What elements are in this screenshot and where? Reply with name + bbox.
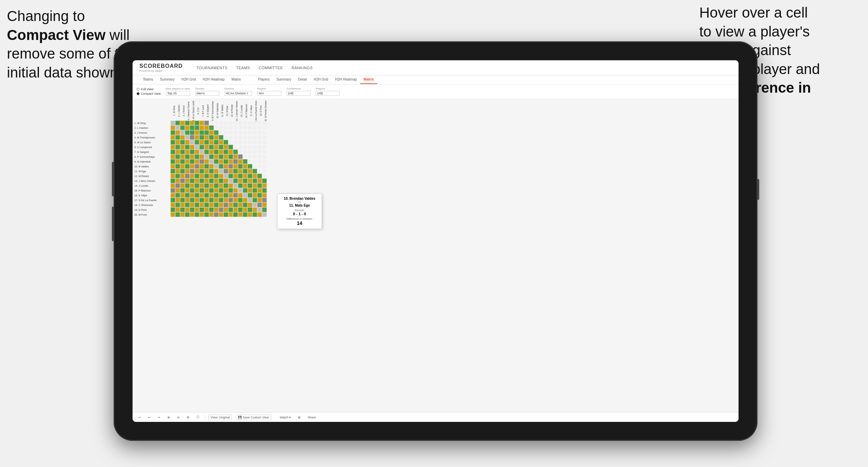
grid-cell[interactable] xyxy=(199,140,204,145)
tab-players[interactable]: Players xyxy=(255,75,273,84)
full-view-radio[interactable] xyxy=(137,88,139,91)
grid-cell[interactable] xyxy=(180,159,185,164)
grid-cell[interactable] xyxy=(204,174,209,178)
grid-cell[interactable] xyxy=(195,212,199,217)
grid-cell[interactable] xyxy=(243,178,248,183)
grid-cell[interactable] xyxy=(219,178,223,183)
grid-cell[interactable] xyxy=(175,174,180,178)
grid-cell[interactable] xyxy=(228,207,233,212)
grid-cell[interactable] xyxy=(199,183,204,188)
grid-cell[interactable] xyxy=(199,203,204,207)
grid-cell[interactable] xyxy=(228,135,233,140)
grid-cell[interactable] xyxy=(228,145,233,149)
grid-cell[interactable] xyxy=(180,193,185,198)
grid-cell[interactable] xyxy=(238,154,243,159)
grid-cell[interactable] xyxy=(223,164,228,169)
grid-cell[interactable] xyxy=(180,149,185,154)
grid-cell[interactable] xyxy=(185,212,190,217)
grid-cell[interactable] xyxy=(219,159,223,164)
grid-cell[interactable] xyxy=(238,135,243,140)
grid-cell[interactable] xyxy=(257,121,262,125)
grid-cell[interactable] xyxy=(180,203,185,207)
grid-cell[interactable] xyxy=(252,159,257,164)
grid-cell[interactable] xyxy=(214,203,219,207)
grid-row[interactable] xyxy=(170,188,737,193)
grid-cell[interactable] xyxy=(248,198,252,203)
grid-cell[interactable] xyxy=(223,121,228,125)
grid-cell[interactable] xyxy=(223,145,228,149)
grid-cell[interactable] xyxy=(248,174,252,178)
grid-cell[interactable] xyxy=(180,188,185,193)
grid-row[interactable] xyxy=(170,154,737,159)
grid-cell[interactable] xyxy=(180,154,185,159)
grid-cell[interactable] xyxy=(233,193,238,198)
grid-cell[interactable] xyxy=(262,125,267,130)
info-btn[interactable]: ⓘ xyxy=(195,414,201,420)
grid-cell[interactable] xyxy=(257,125,262,130)
grid-cell[interactable] xyxy=(223,203,228,207)
grid-cell[interactable] xyxy=(243,212,248,217)
grid-cell[interactable] xyxy=(228,203,233,207)
grid-cell[interactable] xyxy=(248,125,252,130)
grid-row[interactable] xyxy=(170,178,737,183)
grid-cell[interactable] xyxy=(228,174,233,178)
grid-cell[interactable] xyxy=(209,193,214,198)
grid-cell[interactable] xyxy=(262,164,267,169)
view-original-btn[interactable]: View: Original xyxy=(208,415,232,420)
grid-cell[interactable] xyxy=(252,183,257,188)
grid-cell[interactable] xyxy=(185,154,190,159)
grid-cell[interactable] xyxy=(223,159,228,164)
grid-cell[interactable] xyxy=(233,212,238,217)
grid-cell[interactable] xyxy=(195,178,199,183)
grid-cell[interactable] xyxy=(199,121,204,125)
grid-cell[interactable] xyxy=(238,188,243,193)
grid-cell[interactable] xyxy=(243,203,248,207)
grid-cell[interactable] xyxy=(195,203,199,207)
grid-cell[interactable] xyxy=(219,145,223,149)
grid-row[interactable] xyxy=(170,125,737,130)
grid-cell[interactable] xyxy=(209,125,214,130)
grid-cell[interactable] xyxy=(199,145,204,149)
grid-cell[interactable] xyxy=(257,193,262,198)
grid-cell[interactable] xyxy=(204,178,209,183)
grid-cell[interactable] xyxy=(180,198,185,203)
grid-cell[interactable] xyxy=(195,135,199,140)
grid-cell[interactable] xyxy=(233,159,238,164)
grid-cell[interactable] xyxy=(219,203,223,207)
grid-cell[interactable] xyxy=(214,178,219,183)
grid-cell[interactable] xyxy=(257,145,262,149)
grid-cell[interactable] xyxy=(170,145,175,149)
division-select[interactable]: NCAA Division I xyxy=(224,91,252,96)
grid-cell[interactable] xyxy=(238,140,243,145)
grid-cell[interactable] xyxy=(214,121,219,125)
grid-cell[interactable] xyxy=(233,135,238,140)
grid-cell[interactable] xyxy=(204,203,209,207)
tab-summary1[interactable]: Summary xyxy=(156,75,178,84)
grid-cell[interactable] xyxy=(243,135,248,140)
grid-cell[interactable] xyxy=(238,178,243,183)
grid-cell[interactable] xyxy=(195,121,199,125)
grid-cell[interactable] xyxy=(257,183,262,188)
grid-cell[interactable] xyxy=(190,174,195,178)
grid-cell[interactable] xyxy=(243,125,248,130)
grid-cell[interactable] xyxy=(228,169,233,174)
nav-committee[interactable]: COMMITTEE xyxy=(259,65,283,71)
grid-cell[interactable] xyxy=(175,198,180,203)
grid-cell[interactable] xyxy=(238,121,243,125)
grid-cell[interactable] xyxy=(219,183,223,188)
grid-cell[interactable] xyxy=(262,207,267,212)
grid-cell[interactable] xyxy=(252,207,257,212)
grid-cell[interactable] xyxy=(199,149,204,154)
grid-cell[interactable] xyxy=(223,125,228,130)
grid-cell[interactable] xyxy=(199,198,204,203)
grid-cell[interactable] xyxy=(233,198,238,203)
grid-cell[interactable] xyxy=(214,125,219,130)
grid-cell[interactable] xyxy=(214,207,219,212)
grid-cell[interactable] xyxy=(248,178,252,183)
layout-btn[interactable]: ⊞ xyxy=(296,415,302,420)
grid-cell[interactable] xyxy=(175,169,180,174)
grid-cell[interactable] xyxy=(238,159,243,164)
grid-cell[interactable] xyxy=(175,203,180,207)
grid-cell[interactable] xyxy=(199,135,204,140)
grid-row[interactable] xyxy=(170,169,737,174)
